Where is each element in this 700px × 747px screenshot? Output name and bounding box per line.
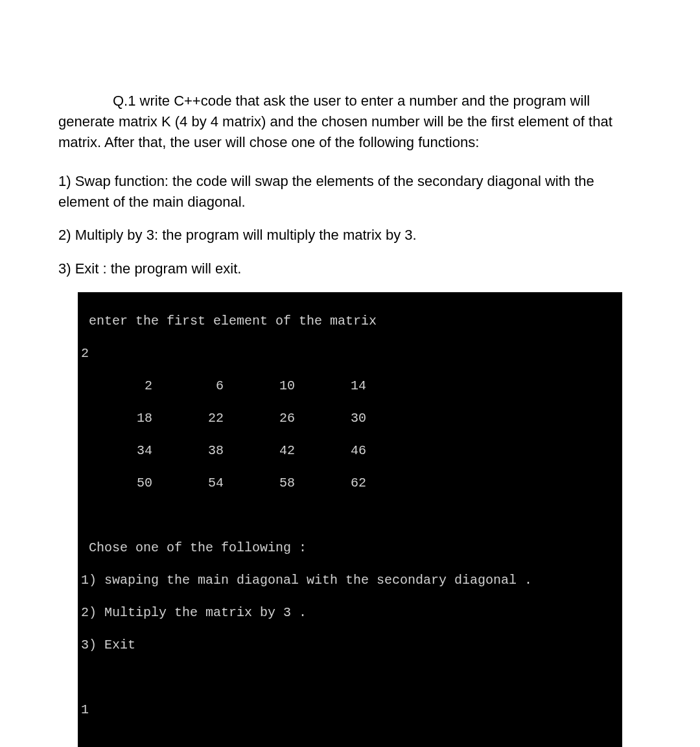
matrix1-row1: 18222630 (81, 410, 619, 426)
terminal-menu-1: 1) swaping the main diagonal with the se… (81, 572, 619, 588)
terminal-user-input-2: 1 (81, 702, 619, 718)
question-option-1: 1) Swap function: the code will swap the… (58, 171, 642, 213)
matrix1-row2: 34384246 (81, 442, 619, 459)
matrix1-row0: 261014 (81, 378, 619, 394)
terminal-menu-2: 2) Multiply the matrix by 3 . (81, 604, 619, 621)
terminal-menu-3: 3) Exit (81, 637, 619, 653)
document-page: Q.1 write C++code that ask the user to e… (0, 0, 700, 747)
question-lead: Q.1 write C++code that ask the user to e… (58, 93, 612, 150)
terminal-prompt: enter the first element of the matrix (81, 313, 619, 329)
question-option-3: 3) Exit : the program will exit. (58, 259, 642, 279)
question-option-2: 2) Multiply by 3: the program will multi… (58, 225, 642, 246)
question-text: Q.1 write C++code that ask the user to e… (58, 91, 642, 153)
terminal-user-input-1: 2 (81, 345, 619, 362)
terminal-output: enter the first element of the matrix 2 … (78, 292, 622, 747)
terminal-menu-header: Chose one of the following : (81, 540, 619, 556)
matrix1-row3: 50545862 (81, 475, 619, 491)
